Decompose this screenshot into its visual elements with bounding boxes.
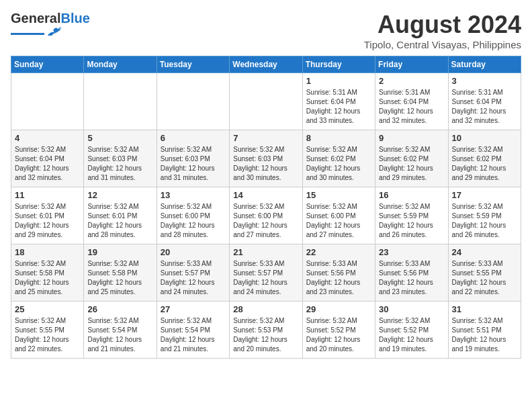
calendar-cell: 14Sunrise: 5:32 AM Sunset: 6:00 PM Dayli… (230, 187, 302, 244)
cell-sun-info: Sunrise: 5:32 AM Sunset: 5:59 PM Dayligh… (379, 202, 444, 240)
cell-sun-info: Sunrise: 5:32 AM Sunset: 6:00 PM Dayligh… (161, 202, 226, 240)
calendar-cell: 24Sunrise: 5:33 AM Sunset: 5:55 PM Dayli… (448, 244, 521, 302)
calendar-body: 1Sunrise: 5:31 AM Sunset: 6:04 PM Daylig… (11, 73, 521, 359)
calendar-cell: 19Sunrise: 5:32 AM Sunset: 5:58 PM Dayli… (84, 244, 157, 302)
calendar-cell: 28Sunrise: 5:32 AM Sunset: 5:53 PM Dayli… (230, 302, 302, 359)
cell-sun-info: Sunrise: 5:32 AM Sunset: 5:54 PM Dayligh… (87, 316, 152, 354)
subtitle: Tipolo, Central Visayas, Philippines (364, 39, 521, 50)
calendar-cell: 26Sunrise: 5:32 AM Sunset: 5:54 PM Dayli… (84, 302, 157, 359)
cell-sun-info: Sunrise: 5:32 AM Sunset: 6:01 PM Dayligh… (87, 202, 152, 240)
cell-sun-info: Sunrise: 5:32 AM Sunset: 5:52 PM Dayligh… (379, 316, 444, 354)
cell-date-number: 18 (15, 247, 80, 257)
calendar-cell: 27Sunrise: 5:32 AM Sunset: 5:54 PM Dayli… (157, 302, 229, 359)
cell-date-number: 22 (306, 247, 371, 257)
cell-sun-info: Sunrise: 5:33 AM Sunset: 5:56 PM Dayligh… (379, 259, 444, 297)
cell-date-number: 7 (233, 133, 298, 143)
calendar-cell: 9Sunrise: 5:32 AM Sunset: 6:02 PM Daylig… (375, 130, 448, 187)
header-day: Wednesday (230, 56, 302, 73)
cell-sun-info: Sunrise: 5:33 AM Sunset: 5:55 PM Dayligh… (452, 259, 517, 297)
cell-date-number: 29 (306, 304, 371, 314)
calendar-cell: 6Sunrise: 5:32 AM Sunset: 6:03 PM Daylig… (157, 130, 229, 187)
calendar-cell: 22Sunrise: 5:33 AM Sunset: 5:56 PM Dayli… (302, 244, 375, 302)
cell-date-number: 17 (452, 190, 517, 200)
cell-date-number: 15 (306, 190, 371, 200)
cell-sun-info: Sunrise: 5:32 AM Sunset: 6:04 PM Dayligh… (15, 145, 80, 183)
cell-date-number: 11 (15, 190, 80, 200)
cell-sun-info: Sunrise: 5:31 AM Sunset: 6:04 PM Dayligh… (379, 88, 444, 126)
calendar-cell: 31Sunrise: 5:32 AM Sunset: 5:51 PM Dayli… (448, 302, 521, 359)
cell-date-number: 12 (87, 190, 152, 200)
cell-date-number: 8 (306, 133, 371, 143)
logo-general: General (11, 11, 60, 26)
cell-sun-info: Sunrise: 5:32 AM Sunset: 6:03 PM Dayligh… (233, 145, 298, 183)
calendar-cell: 3Sunrise: 5:31 AM Sunset: 6:04 PM Daylig… (448, 73, 521, 130)
cell-date-number: 28 (233, 304, 298, 314)
calendar-cell: 16Sunrise: 5:32 AM Sunset: 5:59 PM Dayli… (375, 187, 448, 244)
cell-date-number: 21 (233, 247, 298, 257)
logo-blue: Blue (60, 11, 89, 26)
calendar-table: SundayMondayTuesdayWednesdayThursdayFrid… (11, 56, 521, 359)
cell-sun-info: Sunrise: 5:32 AM Sunset: 5:53 PM Dayligh… (233, 316, 298, 354)
cell-date-number: 10 (452, 133, 517, 143)
bird-icon (46, 26, 61, 38)
cell-sun-info: Sunrise: 5:32 AM Sunset: 5:51 PM Dayligh… (452, 316, 517, 354)
header: GeneralBlue August 2024 Tipolo, Central … (11, 11, 521, 50)
calendar-header: SundayMondayTuesdayWednesdayThursdayFrid… (11, 56, 521, 73)
header-row: SundayMondayTuesdayWednesdayThursdayFrid… (11, 56, 521, 73)
cell-date-number: 6 (161, 133, 226, 143)
cell-sun-info: Sunrise: 5:32 AM Sunset: 5:55 PM Dayligh… (15, 316, 80, 354)
cell-sun-info: Sunrise: 5:31 AM Sunset: 6:04 PM Dayligh… (452, 88, 517, 126)
calendar-cell: 21Sunrise: 5:33 AM Sunset: 5:57 PM Dayli… (230, 244, 302, 302)
cell-date-number: 13 (161, 190, 226, 200)
header-day: Tuesday (157, 56, 229, 73)
header-day: Sunday (11, 56, 84, 73)
cell-date-number: 25 (15, 304, 80, 314)
calendar-cell: 15Sunrise: 5:32 AM Sunset: 6:00 PM Dayli… (302, 187, 375, 244)
cell-sun-info: Sunrise: 5:32 AM Sunset: 6:01 PM Dayligh… (15, 202, 80, 240)
cell-date-number: 23 (379, 247, 444, 257)
calendar-cell: 4Sunrise: 5:32 AM Sunset: 6:04 PM Daylig… (11, 130, 84, 187)
calendar-cell (84, 73, 157, 130)
cell-sun-info: Sunrise: 5:32 AM Sunset: 6:02 PM Dayligh… (379, 145, 444, 183)
cell-date-number: 24 (452, 247, 517, 257)
calendar-cell: 10Sunrise: 5:32 AM Sunset: 6:02 PM Dayli… (448, 130, 521, 187)
cell-date-number: 16 (379, 190, 444, 200)
calendar-cell: 7Sunrise: 5:32 AM Sunset: 6:03 PM Daylig… (230, 130, 302, 187)
calendar-cell (11, 73, 84, 130)
cell-sun-info: Sunrise: 5:32 AM Sunset: 6:02 PM Dayligh… (306, 145, 371, 183)
title-area: August 2024 Tipolo, Central Visayas, Phi… (364, 11, 521, 50)
calendar-cell (157, 73, 229, 130)
calendar-cell: 25Sunrise: 5:32 AM Sunset: 5:55 PM Dayli… (11, 302, 84, 359)
header-day: Saturday (448, 56, 521, 73)
calendar-week-row: 18Sunrise: 5:32 AM Sunset: 5:58 PM Dayli… (11, 244, 521, 302)
cell-sun-info: Sunrise: 5:32 AM Sunset: 5:59 PM Dayligh… (452, 202, 517, 240)
cell-date-number: 19 (87, 247, 152, 257)
cell-date-number: 1 (306, 76, 371, 86)
header-day: Monday (84, 56, 157, 73)
cell-sun-info: Sunrise: 5:32 AM Sunset: 5:54 PM Dayligh… (161, 316, 226, 354)
cell-date-number: 4 (15, 133, 80, 143)
cell-sun-info: Sunrise: 5:33 AM Sunset: 5:57 PM Dayligh… (233, 259, 298, 297)
cell-sun-info: Sunrise: 5:31 AM Sunset: 6:04 PM Dayligh… (306, 88, 371, 126)
calendar-cell: 11Sunrise: 5:32 AM Sunset: 6:01 PM Dayli… (11, 187, 84, 244)
cell-sun-info: Sunrise: 5:32 AM Sunset: 6:02 PM Dayligh… (452, 145, 517, 183)
cell-sun-info: Sunrise: 5:32 AM Sunset: 5:58 PM Dayligh… (15, 259, 80, 297)
cell-date-number: 27 (161, 304, 226, 314)
calendar-cell: 20Sunrise: 5:33 AM Sunset: 5:57 PM Dayli… (157, 244, 229, 302)
calendar-cell: 2Sunrise: 5:31 AM Sunset: 6:04 PM Daylig… (375, 73, 448, 130)
calendar-cell: 18Sunrise: 5:32 AM Sunset: 5:58 PM Dayli… (11, 244, 84, 302)
cell-sun-info: Sunrise: 5:32 AM Sunset: 6:03 PM Dayligh… (87, 145, 152, 183)
calendar-cell: 23Sunrise: 5:33 AM Sunset: 5:56 PM Dayli… (375, 244, 448, 302)
header-day: Thursday (302, 56, 375, 73)
cell-sun-info: Sunrise: 5:32 AM Sunset: 6:00 PM Dayligh… (306, 202, 371, 240)
cell-sun-info: Sunrise: 5:32 AM Sunset: 5:52 PM Dayligh… (306, 316, 371, 354)
cell-date-number: 20 (161, 247, 226, 257)
cell-date-number: 5 (87, 133, 152, 143)
cell-date-number: 31 (452, 304, 517, 314)
cell-sun-info: Sunrise: 5:33 AM Sunset: 5:57 PM Dayligh… (161, 259, 226, 297)
calendar-cell: 12Sunrise: 5:32 AM Sunset: 6:01 PM Dayli… (84, 187, 157, 244)
month-title: August 2024 (364, 11, 521, 39)
calendar-cell (230, 73, 302, 130)
cell-date-number: 3 (452, 76, 517, 86)
logo: GeneralBlue (11, 11, 90, 41)
